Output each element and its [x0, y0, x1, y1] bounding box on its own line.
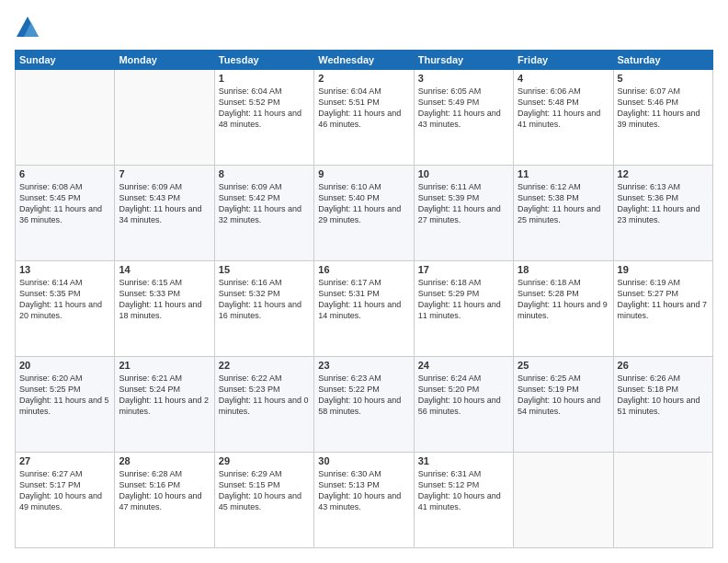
calendar-cell — [115, 70, 214, 166]
cell-info: Sunrise: 6:08 AMSunset: 5:45 PMDaylight:… — [19, 182, 102, 224]
calendar-cell: 22Sunrise: 6:22 AMSunset: 5:23 PMDayligh… — [214, 357, 313, 453]
logo-icon — [15, 15, 40, 40]
day-number: 6 — [19, 168, 110, 179]
calendar-cell: 19Sunrise: 6:19 AMSunset: 5:27 PMDayligh… — [613, 261, 712, 357]
cell-info: Sunrise: 6:27 AMSunset: 5:17 PMDaylight:… — [19, 469, 102, 511]
cell-info: Sunrise: 6:30 AMSunset: 5:13 PMDaylight:… — [318, 469, 401, 511]
calendar-cell: 6Sunrise: 6:08 AMSunset: 5:45 PMDaylight… — [16, 166, 115, 261]
calendar-cell: 2Sunrise: 6:04 AMSunset: 5:51 PMDaylight… — [314, 70, 414, 166]
logo — [15, 15, 44, 40]
day-number: 25 — [518, 360, 609, 371]
cell-info: Sunrise: 6:25 AMSunset: 5:19 PMDaylight:… — [518, 373, 600, 416]
calendar-cell: 7Sunrise: 6:09 AMSunset: 5:43 PMDaylight… — [115, 166, 214, 261]
calendar-cell: 23Sunrise: 6:23 AMSunset: 5:22 PMDayligh… — [314, 357, 414, 453]
calendar-week-row: 1Sunrise: 6:04 AMSunset: 5:52 PMDaylight… — [16, 70, 713, 166]
day-number: 31 — [418, 455, 509, 466]
weekday-header: Thursday — [414, 51, 513, 70]
weekday-header: Sunday — [16, 51, 115, 70]
calendar-cell: 18Sunrise: 6:18 AMSunset: 5:28 PMDayligh… — [514, 261, 613, 357]
cell-info: Sunrise: 6:12 AMSunset: 5:38 PMDaylight:… — [518, 182, 600, 224]
weekday-header: Wednesday — [314, 51, 414, 70]
day-number: 22 — [219, 360, 310, 371]
day-number: 3 — [418, 73, 509, 84]
day-number: 19 — [618, 264, 709, 275]
calendar-cell: 8Sunrise: 6:09 AMSunset: 5:42 PMDaylight… — [214, 166, 313, 261]
cell-info: Sunrise: 6:17 AMSunset: 5:31 PMDaylight:… — [318, 278, 401, 320]
weekday-header: Saturday — [613, 51, 712, 70]
calendar-cell — [613, 453, 712, 548]
cell-info: Sunrise: 6:20 AMSunset: 5:25 PMDaylight:… — [19, 373, 109, 416]
cell-info: Sunrise: 6:10 AMSunset: 5:40 PMDaylight:… — [318, 182, 401, 224]
day-number: 23 — [318, 360, 409, 371]
day-number: 8 — [219, 168, 310, 179]
cell-info: Sunrise: 6:29 AMSunset: 5:15 PMDaylight:… — [219, 469, 301, 511]
day-number: 10 — [418, 168, 509, 179]
calendar-cell: 30Sunrise: 6:30 AMSunset: 5:13 PMDayligh… — [314, 453, 414, 548]
cell-info: Sunrise: 6:18 AMSunset: 5:28 PMDaylight:… — [518, 278, 608, 320]
calendar-cell: 28Sunrise: 6:28 AMSunset: 5:16 PMDayligh… — [115, 453, 214, 548]
calendar-body: 1Sunrise: 6:04 AMSunset: 5:52 PMDaylight… — [16, 70, 713, 548]
day-number: 15 — [219, 264, 310, 275]
day-number: 14 — [119, 264, 210, 275]
day-number: 30 — [318, 455, 409, 466]
calendar-cell: 4Sunrise: 6:06 AMSunset: 5:48 PMDaylight… — [514, 70, 613, 166]
weekday-header: Friday — [514, 51, 613, 70]
calendar-cell — [514, 453, 613, 548]
calendar-cell: 11Sunrise: 6:12 AMSunset: 5:38 PMDayligh… — [514, 166, 613, 261]
calendar-week-row: 20Sunrise: 6:20 AMSunset: 5:25 PMDayligh… — [16, 357, 713, 453]
calendar-cell: 20Sunrise: 6:20 AMSunset: 5:25 PMDayligh… — [16, 357, 115, 453]
calendar: SundayMondayTuesdayWednesdayThursdayFrid… — [15, 50, 713, 548]
day-number: 28 — [119, 455, 210, 466]
calendar-cell — [16, 70, 115, 166]
calendar-cell: 31Sunrise: 6:31 AMSunset: 5:12 PMDayligh… — [414, 453, 513, 548]
cell-info: Sunrise: 6:09 AMSunset: 5:42 PMDaylight:… — [219, 182, 301, 224]
cell-info: Sunrise: 6:11 AMSunset: 5:39 PMDaylight:… — [418, 182, 501, 224]
day-number: 2 — [318, 73, 409, 84]
day-number: 24 — [418, 360, 509, 371]
day-number: 1 — [219, 73, 310, 84]
day-number: 9 — [318, 168, 409, 179]
calendar-cell: 17Sunrise: 6:18 AMSunset: 5:29 PMDayligh… — [414, 261, 513, 357]
calendar-week-row: 27Sunrise: 6:27 AMSunset: 5:17 PMDayligh… — [16, 453, 713, 548]
day-number: 7 — [119, 168, 210, 179]
cell-info: Sunrise: 6:16 AMSunset: 5:32 PMDaylight:… — [219, 278, 301, 320]
calendar-cell: 27Sunrise: 6:27 AMSunset: 5:17 PMDayligh… — [16, 453, 115, 548]
cell-info: Sunrise: 6:26 AMSunset: 5:18 PMDaylight:… — [618, 373, 700, 416]
cell-info: Sunrise: 6:04 AMSunset: 5:51 PMDaylight:… — [318, 86, 401, 129]
calendar-week-row: 6Sunrise: 6:08 AMSunset: 5:45 PMDaylight… — [16, 166, 713, 261]
weekday-header: Tuesday — [214, 51, 313, 70]
calendar-cell: 29Sunrise: 6:29 AMSunset: 5:15 PMDayligh… — [214, 453, 313, 548]
cell-info: Sunrise: 6:18 AMSunset: 5:29 PMDaylight:… — [418, 278, 501, 320]
calendar-cell: 13Sunrise: 6:14 AMSunset: 5:35 PMDayligh… — [16, 261, 115, 357]
day-number: 5 — [618, 73, 709, 84]
cell-info: Sunrise: 6:24 AMSunset: 5:20 PMDaylight:… — [418, 373, 501, 416]
day-number: 26 — [618, 360, 709, 371]
cell-info: Sunrise: 6:09 AMSunset: 5:43 PMDaylight:… — [119, 182, 201, 224]
day-number: 21 — [119, 360, 210, 371]
calendar-cell: 21Sunrise: 6:21 AMSunset: 5:24 PMDayligh… — [115, 357, 214, 453]
day-number: 13 — [19, 264, 110, 275]
header — [15, 15, 713, 40]
calendar-cell: 15Sunrise: 6:16 AMSunset: 5:32 PMDayligh… — [214, 261, 313, 357]
calendar-cell: 16Sunrise: 6:17 AMSunset: 5:31 PMDayligh… — [314, 261, 414, 357]
calendar-cell: 24Sunrise: 6:24 AMSunset: 5:20 PMDayligh… — [414, 357, 513, 453]
cell-info: Sunrise: 6:13 AMSunset: 5:36 PMDaylight:… — [618, 182, 700, 224]
calendar-cell: 9Sunrise: 6:10 AMSunset: 5:40 PMDaylight… — [314, 166, 414, 261]
cell-info: Sunrise: 6:14 AMSunset: 5:35 PMDaylight:… — [19, 278, 102, 320]
cell-info: Sunrise: 6:23 AMSunset: 5:22 PMDaylight:… — [318, 373, 401, 416]
cell-info: Sunrise: 6:05 AMSunset: 5:49 PMDaylight:… — [418, 86, 501, 129]
calendar-cell: 12Sunrise: 6:13 AMSunset: 5:36 PMDayligh… — [613, 166, 712, 261]
weekday-header: Monday — [115, 51, 214, 70]
day-number: 27 — [19, 455, 110, 466]
day-number: 29 — [219, 455, 310, 466]
day-number: 4 — [518, 73, 609, 84]
day-number: 17 — [418, 264, 509, 275]
weekday-row: SundayMondayTuesdayWednesdayThursdayFrid… — [16, 51, 713, 70]
calendar-cell: 3Sunrise: 6:05 AMSunset: 5:49 PMDaylight… — [414, 70, 513, 166]
day-number: 18 — [518, 264, 609, 275]
calendar-cell: 26Sunrise: 6:26 AMSunset: 5:18 PMDayligh… — [613, 357, 712, 453]
calendar-cell: 14Sunrise: 6:15 AMSunset: 5:33 PMDayligh… — [115, 261, 214, 357]
day-number: 16 — [318, 264, 409, 275]
page: SundayMondayTuesdayWednesdayThursdayFrid… — [0, 0, 728, 563]
cell-info: Sunrise: 6:22 AMSunset: 5:23 PMDaylight:… — [219, 373, 309, 416]
